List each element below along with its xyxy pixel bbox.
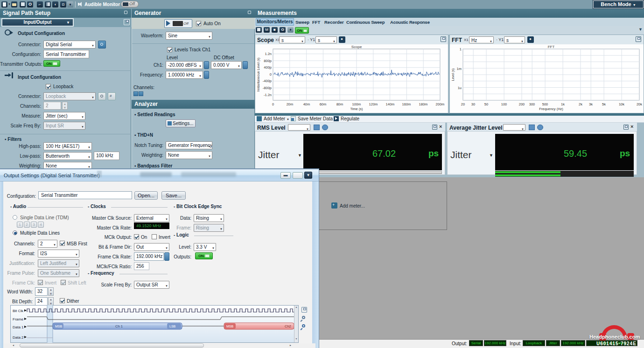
svg-text:50: 50 xyxy=(484,102,488,106)
svg-text:-1.2n: -1.2n xyxy=(264,93,272,97)
svg-text:1.2n: 1.2n xyxy=(265,52,272,56)
svg-text:200: 200 xyxy=(519,102,525,106)
svg-text:800p: 800p xyxy=(264,59,272,63)
svg-text:3k: 3k xyxy=(589,102,593,106)
svg-text:10k: 10k xyxy=(619,102,624,106)
svg-text:FFT: FFT xyxy=(548,45,555,49)
svg-text:80m: 80m xyxy=(336,102,343,106)
svg-text:20k: 20k xyxy=(637,102,642,106)
svg-text:20: 20 xyxy=(461,102,465,106)
svg-text:1: 1 xyxy=(460,47,462,51)
svg-text:Frequency (Hz): Frequency (Hz) xyxy=(539,107,563,111)
svg-text:5k: 5k xyxy=(602,102,606,106)
svg-text:40m: 40m xyxy=(303,102,310,106)
svg-text:Data 2: Data 2 xyxy=(13,335,24,340)
svg-text:0: 0 xyxy=(272,102,274,106)
svg-text:MSB: MSB xyxy=(55,325,63,328)
svg-text:Ch2: Ch2 xyxy=(285,324,291,328)
svg-text:100: 100 xyxy=(501,102,507,106)
svg-text:30: 30 xyxy=(471,102,475,106)
svg-text:0: 0 xyxy=(270,72,272,77)
svg-text:180m: 180m xyxy=(419,102,428,106)
svg-text:Ch 1: Ch 1 xyxy=(115,324,123,328)
svg-text:Bit Clk: Bit Clk xyxy=(13,309,24,313)
svg-text:Scope: Scope xyxy=(351,45,362,49)
svg-text:400p: 400p xyxy=(264,65,272,70)
svg-text:-400p: -400p xyxy=(263,79,272,83)
svg-text:1m: 1m xyxy=(457,67,462,71)
svg-text:Frame: Frame xyxy=(13,317,24,321)
svg-text:1u: 1u xyxy=(458,86,462,90)
svg-text:120m: 120m xyxy=(369,102,378,106)
svg-text:Level (s): Level (s) xyxy=(451,69,455,81)
svg-text:300: 300 xyxy=(529,102,535,106)
svg-text:20m: 20m xyxy=(287,102,294,106)
svg-text:100m: 100m xyxy=(352,102,361,106)
svg-text:2k: 2k xyxy=(579,102,582,106)
svg-text:140m: 140m xyxy=(386,102,395,106)
svg-text:Time (s): Time (s) xyxy=(350,107,363,111)
svg-text:200m: 200m xyxy=(436,102,445,106)
svg-text:160m: 160m xyxy=(402,102,411,106)
svg-text:500: 500 xyxy=(542,102,548,106)
svg-text:LSB: LSB xyxy=(169,325,176,328)
svg-text:MSB: MSB xyxy=(226,325,234,328)
svg-text:Instantaneous Level (s): Instantaneous Level (s) xyxy=(257,58,260,92)
svg-text:-800p: -800p xyxy=(263,86,272,90)
svg-text:1k: 1k xyxy=(561,102,565,106)
svg-text:60m: 60m xyxy=(320,102,327,106)
svg-text:Data 1: Data 1 xyxy=(13,325,24,329)
